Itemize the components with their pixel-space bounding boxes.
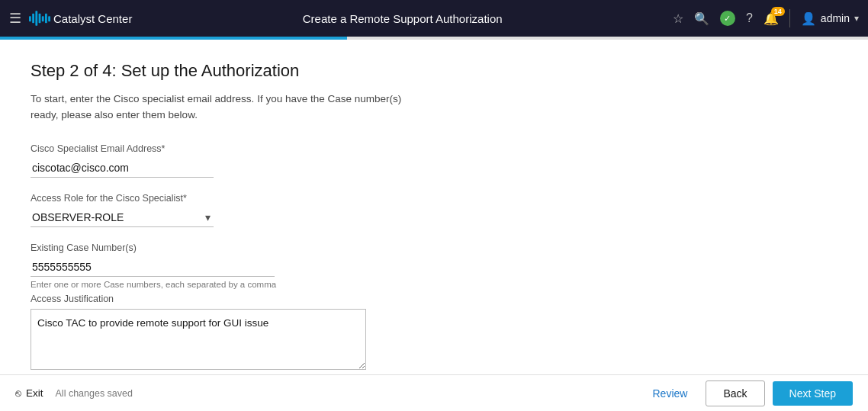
case-number-label: Existing Case Number(s): [31, 242, 837, 253]
footer-actions: Review Back Next Step: [641, 380, 853, 406]
exit-button[interactable]: ⎋ Exit: [15, 387, 43, 399]
user-label: admin: [821, 12, 850, 24]
svg-rect-0: [29, 16, 31, 21]
footer: ⎋ Exit All changes saved Review Back Nex…: [0, 374, 868, 411]
user-icon: 👤: [801, 11, 816, 26]
page-title-nav: Create a Remote Support Authorization: [132, 12, 673, 25]
notification-badge: 14: [771, 7, 785, 16]
nav-divider: [789, 9, 790, 27]
role-label: Access Role for the Cisco Specialist*: [31, 193, 837, 204]
top-navigation: ☰ Catalyst Center Create a Remote Suppor…: [0, 0, 868, 37]
case-number-form-group: Existing Case Number(s) Enter one or mor…: [31, 242, 837, 289]
page-heading: Step 2 of 4: Set up the Authorization: [31, 61, 837, 81]
svg-rect-6: [48, 16, 50, 21]
review-button[interactable]: Review: [641, 383, 698, 404]
app-name: Catalyst Center: [53, 12, 132, 25]
notifications-icon[interactable]: 🔔 14: [764, 11, 779, 26]
svg-rect-3: [39, 14, 41, 24]
description-text: To start, enter the Cisco specialist ema…: [31, 92, 427, 124]
svg-rect-5: [45, 14, 47, 24]
cisco-logo-svg: [29, 11, 50, 26]
exit-label: Exit: [26, 387, 43, 399]
email-label: Cisco Specialist Email Address*: [31, 143, 837, 154]
status-dot: ✓: [720, 11, 735, 26]
role-select-wrapper: OBSERVER-ROLE ADMIN-ROLE READ-ONLY ▾: [31, 208, 214, 227]
svg-rect-1: [32, 14, 34, 24]
hamburger-icon[interactable]: ☰: [9, 10, 21, 27]
star-icon[interactable]: ☆: [673, 11, 683, 26]
help-icon[interactable]: ?: [746, 11, 753, 25]
exit-icon: ⎋: [15, 387, 21, 399]
role-select[interactable]: OBSERVER-ROLE ADMIN-ROLE READ-ONLY: [31, 208, 214, 227]
svg-rect-4: [42, 16, 44, 21]
status-icon[interactable]: ✓: [720, 11, 735, 26]
role-form-group: Access Role for the Cisco Specialist* OB…: [31, 193, 837, 227]
nav-right: ☆ 🔍 ✓ ? 🔔 14 👤 admin ▾: [673, 9, 859, 27]
justification-form-group: Access Justification Cisco TAC to provid…: [31, 294, 837, 372]
case-number-hint: Enter one or more Case numbers, each sep…: [31, 280, 837, 289]
search-icon[interactable]: 🔍: [694, 11, 709, 26]
main-content: Step 2 of 4: Set up the Authorization To…: [0, 40, 868, 374]
user-menu[interactable]: 👤 admin ▾: [801, 11, 859, 26]
justification-field[interactable]: Cisco TAC to provide remote support for …: [31, 309, 366, 370]
email-form-group: Cisco Specialist Email Address*: [31, 143, 837, 178]
nav-left: ☰ Catalyst Center: [9, 10, 132, 27]
email-field[interactable]: [31, 159, 214, 178]
justification-label: Access Justification: [31, 294, 837, 304]
back-button[interactable]: Back: [706, 380, 764, 406]
chevron-down-icon: ▾: [854, 13, 859, 24]
cisco-logo: Catalyst Center: [29, 11, 132, 26]
saved-text: All changes saved: [56, 388, 133, 399]
next-step-button[interactable]: Next Step: [773, 381, 853, 406]
svg-rect-2: [35, 11, 37, 26]
case-number-field[interactable]: [31, 258, 275, 277]
